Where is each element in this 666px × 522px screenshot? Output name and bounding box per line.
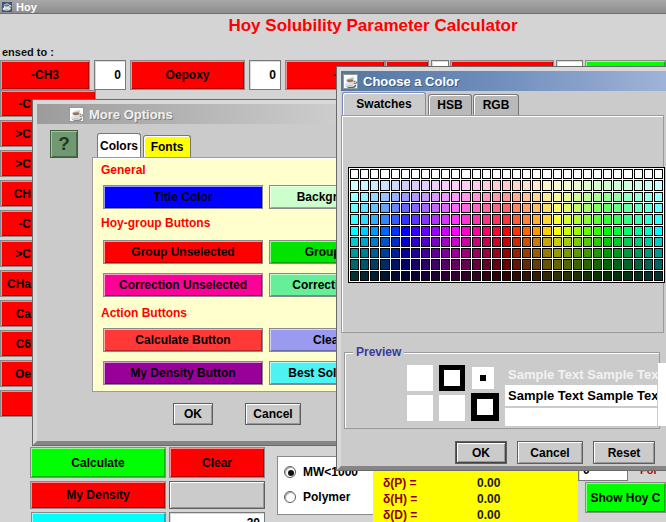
color-swatch-cell[interactable]: [623, 248, 632, 258]
color-swatch-cell[interactable]: [623, 259, 632, 269]
color-swatch-cell[interactable]: [391, 237, 400, 247]
color-swatch-cell[interactable]: [441, 226, 450, 236]
color-swatch-cell[interactable]: [431, 226, 440, 236]
color-swatch-cell[interactable]: [411, 169, 420, 179]
color-swatch-cell[interactable]: [461, 203, 470, 213]
tab-colors[interactable]: Colors: [97, 133, 141, 158]
color-swatch-cell[interactable]: [401, 203, 410, 213]
color-swatch-cell[interactable]: [634, 169, 643, 179]
color-swatch-cell[interactable]: [644, 271, 653, 281]
color-swatch-cell[interactable]: [553, 271, 562, 281]
color-swatch-cell[interactable]: [492, 226, 501, 236]
color-swatch-cell[interactable]: [613, 226, 622, 236]
title-color-button[interactable]: Title Color: [103, 185, 263, 209]
color-swatch-cell[interactable]: [573, 271, 582, 281]
color-swatch-cell[interactable]: [512, 259, 521, 269]
color-swatch-cell[interactable]: [350, 259, 359, 269]
color-swatch-cell[interactable]: [360, 169, 369, 179]
color-swatch-cell[interactable]: [502, 203, 511, 213]
color-swatch-cell[interactable]: [421, 180, 430, 190]
color-swatch-cell[interactable]: [350, 214, 359, 224]
color-swatch-cell[interactable]: [553, 214, 562, 224]
color-swatch-cell[interactable]: [350, 248, 359, 258]
color-swatch-cell[interactable]: [472, 214, 481, 224]
color-swatch-cell[interactable]: [370, 203, 379, 213]
color-swatch-cell[interactable]: [421, 214, 430, 224]
color-swatch-cell[interactable]: [380, 192, 389, 202]
color-swatch-cell[interactable]: [623, 214, 632, 224]
color-swatch-cell[interactable]: [411, 203, 420, 213]
color-swatch-cell[interactable]: [522, 259, 531, 269]
color-swatch-cell[interactable]: [593, 271, 602, 281]
color-swatch-cell[interactable]: [401, 237, 410, 247]
color-swatch-cell[interactable]: [644, 226, 653, 236]
color-swatch-cell[interactable]: [583, 180, 592, 190]
color-swatch-cell[interactable]: [441, 192, 450, 202]
color-swatch-cell[interactable]: [522, 203, 531, 213]
color-swatch-cell[interactable]: [563, 271, 572, 281]
color-swatch-cell[interactable]: [532, 180, 541, 190]
color-swatch-cell[interactable]: [654, 226, 663, 236]
color-swatch-cell[interactable]: [512, 248, 521, 258]
color-swatch-cell[interactable]: [360, 226, 369, 236]
color-swatch-cell[interactable]: [350, 192, 359, 202]
color-swatch-cell[interactable]: [644, 180, 653, 190]
color-swatch-cell[interactable]: [451, 271, 460, 281]
color-swatch-cell[interactable]: [502, 259, 511, 269]
color-swatch-cell[interactable]: [370, 226, 379, 236]
color-swatch-cell[interactable]: [583, 237, 592, 247]
color-swatch-cell[interactable]: [360, 214, 369, 224]
color-swatch-cell[interactable]: [451, 180, 460, 190]
color-swatch-cell[interactable]: [411, 214, 420, 224]
color-swatch-cell[interactable]: [441, 271, 450, 281]
tab-hsb[interactable]: HSB: [428, 94, 472, 115]
color-swatch-cell[interactable]: [482, 226, 491, 236]
color-swatch-cell[interactable]: [451, 248, 460, 258]
color-swatch-cell[interactable]: [512, 214, 521, 224]
color-swatch-cell[interactable]: [532, 271, 541, 281]
color-swatch-cell[interactable]: [411, 248, 420, 258]
color-swatch-cell[interactable]: [492, 214, 501, 224]
color-swatch-cell[interactable]: [380, 180, 389, 190]
color-swatch-cell[interactable]: [441, 259, 450, 269]
color-swatch-cell[interactable]: [421, 226, 430, 236]
group-button-oepoxy[interactable]: Oepoxy: [130, 60, 245, 90]
color-swatch-cell[interactable]: [492, 180, 501, 190]
color-swatch-cell[interactable]: [613, 192, 622, 202]
color-swatch-cell[interactable]: [654, 169, 663, 179]
color-swatch-cell[interactable]: [603, 248, 612, 258]
color-swatch-cell[interactable]: [603, 259, 612, 269]
color-swatch-cell[interactable]: [380, 248, 389, 258]
color-swatch-cell[interactable]: [472, 248, 481, 258]
color-swatch-cell[interactable]: [380, 271, 389, 281]
color-swatch-cell[interactable]: [593, 180, 602, 190]
color-swatch-cell[interactable]: [482, 203, 491, 213]
color-swatch-cell[interactable]: [380, 169, 389, 179]
color-swatch-cell[interactable]: [350, 203, 359, 213]
color-swatch-cell[interactable]: [583, 248, 592, 258]
color-swatch-cell[interactable]: [644, 259, 653, 269]
color-swatch-cell[interactable]: [644, 237, 653, 247]
color-chooser-cancel-button[interactable]: Cancel: [517, 441, 583, 464]
color-swatch-cell[interactable]: [603, 203, 612, 213]
color-swatch-cell[interactable]: [522, 237, 531, 247]
color-swatch-cell[interactable]: [401, 226, 410, 236]
color-swatch-cell[interactable]: [451, 192, 460, 202]
more-options-cancel-button[interactable]: Cancel: [245, 403, 301, 425]
color-swatch-cell[interactable]: [522, 169, 531, 179]
color-swatch-cell[interactable]: [563, 203, 572, 213]
color-swatch-cell[interactable]: [654, 180, 663, 190]
color-swatch-cell[interactable]: [401, 271, 410, 281]
color-swatch-cell[interactable]: [654, 248, 663, 258]
color-swatch-cell[interactable]: [391, 259, 400, 269]
color-swatch-cell[interactable]: [492, 237, 501, 247]
color-swatch-cell[interactable]: [492, 259, 501, 269]
color-swatch-cell[interactable]: [380, 203, 389, 213]
color-swatch-cell[interactable]: [451, 237, 460, 247]
group-button-ch3[interactable]: -CH3: [0, 60, 90, 90]
color-swatch-cell[interactable]: [391, 169, 400, 179]
color-swatch-cell[interactable]: [613, 203, 622, 213]
color-swatch-cell[interactable]: [482, 192, 491, 202]
color-swatch-cell[interactable]: [522, 248, 531, 258]
color-swatch-cell[interactable]: [472, 237, 481, 247]
